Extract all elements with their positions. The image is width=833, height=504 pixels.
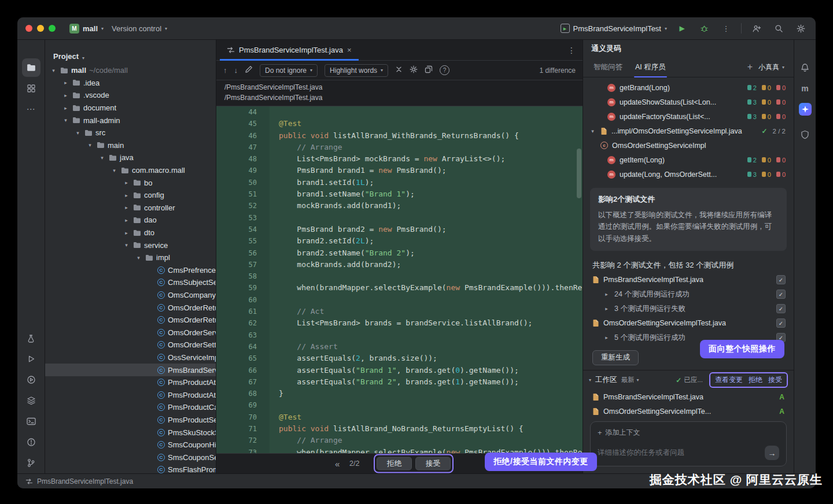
new-session-icon[interactable]: + — [743, 62, 757, 72]
tree-item[interactable]: CPmsProductAttribute — [45, 388, 216, 401]
chevron-down-icon[interactable]: ▾ — [74, 130, 82, 136]
commit-tool-icon[interactable] — [22, 79, 40, 98]
code-with-me-icon[interactable] — [750, 21, 764, 35]
chevron-down-icon[interactable]: ▾ — [62, 117, 69, 123]
tree-item[interactable]: COssServiceImpl — [45, 351, 216, 364]
tree-item[interactable]: CPmsBrandServiceIm — [45, 364, 216, 376]
tree-item[interactable]: ▾mall ~/code/mall — [45, 64, 216, 77]
problems-tool-icon[interactable] — [22, 433, 40, 451]
previous-difference-icon[interactable]: ↑ — [223, 66, 227, 75]
run-button[interactable]: ▶ — [675, 21, 689, 35]
chevron-right-icon[interactable]: ▸ — [62, 80, 69, 86]
symbol-row-method[interactable]: mupdateShowStatus(List<Lon...300 — [583, 95, 794, 109]
run-config-widget[interactable]: ▶ PmsBrandServiceImplTest ▾ — [561, 24, 667, 33]
tree-item[interactable]: COmsOrderServiceIm — [45, 326, 216, 339]
tree-item[interactable]: CSmsCouponHistorySe — [45, 439, 216, 451]
symbol-row-method[interactable]: mupdateFactoryStatus(List<...300 — [583, 109, 794, 124]
chevron-right-icon[interactable]: ▸ — [603, 291, 610, 297]
editor-scrollbar[interactable] — [577, 149, 581, 198]
debug-button[interactable] — [697, 21, 711, 35]
chevron-right-icon[interactable]: ▸ — [62, 105, 69, 111]
chevron-right-icon[interactable]: ▸ — [123, 192, 130, 198]
view-changes-button[interactable]: 查看变更 — [715, 375, 743, 385]
go-first-difference-icon[interactable]: « — [335, 459, 340, 469]
next-difference-icon[interactable]: ↓ — [234, 66, 238, 75]
security-shield-icon[interactable] — [796, 125, 814, 144]
highlight-mode-dropdown[interactable]: Highlight words ▾ — [325, 64, 388, 77]
edit-icon[interactable] — [245, 65, 253, 75]
chevron-right-icon[interactable]: ▸ — [123, 217, 130, 223]
chevron-right-icon[interactable]: ▸ — [123, 230, 130, 236]
chevron-down-icon[interactable]: ▾ — [135, 255, 142, 261]
tree-item[interactable]: ▾src — [45, 127, 216, 139]
changed-file-row[interactable]: OmsOrderSettingServiceImplTe...A — [583, 405, 794, 419]
tree-item[interactable]: CPmsProductAttribute — [45, 376, 216, 389]
chevron-down-icon[interactable]: ▾ — [98, 155, 106, 161]
chat-input-card[interactable]: + 添加上下文 详细描述你的任务或者问题 → — [590, 421, 787, 466]
execution-tool-icon[interactable] — [22, 370, 40, 389]
test-group-row[interactable]: ▸24 个测试用例运行成功✓ — [583, 287, 794, 302]
tree-item[interactable]: ▾mall-admin — [45, 114, 216, 127]
symbol-row-method[interactable]: mupdate(Long, OmsOrderSett...300 — [583, 167, 794, 181]
project-tool-icon[interactable] — [22, 58, 40, 77]
tree-item[interactable]: CSmsFlashPromotion — [45, 464, 216, 473]
services-tool-icon[interactable] — [22, 391, 40, 410]
tree-item[interactable]: ▾com.macro.mall — [45, 164, 216, 177]
tree-item[interactable]: ▸document — [45, 102, 216, 114]
chevron-right-icon[interactable]: ▸ — [603, 306, 610, 312]
changed-file-row[interactable]: PmsBrandServiceImplTest.javaA — [583, 390, 794, 405]
tree-item[interactable]: ▸dto — [45, 227, 216, 239]
chevron-down-icon[interactable]: ▾ — [86, 142, 94, 148]
tree-item[interactable]: CCmsPrefrenceAreaS — [45, 264, 216, 277]
more-tools-icon[interactable]: ⋯ — [22, 100, 40, 118]
external-diff-icon[interactable] — [425, 65, 433, 75]
collapse-unchanged-icon[interactable] — [395, 65, 403, 75]
workspace-reject-button[interactable]: 拒绝 — [749, 375, 762, 385]
run-tool-icon[interactable] — [22, 350, 40, 368]
tab-ai-programmer[interactable]: AI 程序员 — [629, 57, 672, 77]
checkbox[interactable]: ✓ — [776, 290, 786, 299]
checkbox[interactable]: ✓ — [776, 275, 786, 284]
tree-item[interactable]: ▾main — [45, 139, 216, 152]
fullscreen-window-button[interactable] — [49, 25, 56, 32]
chevron-right-icon[interactable]: ▸ — [62, 92, 69, 98]
tree-item[interactable]: ▸.idea — [45, 77, 216, 90]
tree-item[interactable]: ▸controller — [45, 202, 216, 214]
chevron-down-icon[interactable]: ▾ — [123, 242, 130, 248]
tree-item[interactable]: ▸.vscode — [45, 89, 216, 102]
tree-item[interactable]: CSmsCouponServiceI — [45, 451, 216, 464]
chevron-right-icon[interactable]: ▸ — [123, 205, 130, 210]
workspace-accept-button[interactable]: 接受 — [768, 375, 782, 385]
symbol-row-class[interactable]: cOmsOrderSettingServiceImpl — [583, 138, 794, 153]
search-everywhere-icon[interactable] — [772, 21, 786, 35]
diff-code-viewport[interactable]: 4445464748495051525354555657585960616263… — [216, 106, 583, 453]
symbol-row-method[interactable]: mgetBrand(Long)200 — [583, 80, 794, 95]
chevron-down-icon[interactable]: ▾ — [110, 168, 118, 173]
minimize-window-button[interactable] — [37, 25, 44, 32]
add-context-button[interactable]: + 添加上下文 — [598, 428, 779, 438]
test-file-row[interactable]: OmsOrderSettingServiceImplTest.java✓ — [583, 316, 794, 331]
chevron-down-icon[interactable]: ▾ — [50, 68, 57, 73]
latest-dropdown[interactable]: 最新 ▾ — [621, 376, 639, 384]
close-tab-icon[interactable]: × — [347, 46, 352, 54]
tree-item[interactable]: CPmsSkuStockService — [45, 426, 216, 439]
symbol-row-method[interactable]: mgetItem(Long)200 — [583, 153, 794, 167]
chevron-right-icon[interactable]: ▸ — [123, 180, 130, 186]
terminal-tool-icon[interactable] — [22, 412, 40, 431]
vcs-widget[interactable]: Version control ▾ — [112, 24, 167, 33]
tree-item[interactable]: ▸bo — [45, 176, 216, 189]
send-button[interactable]: → — [765, 446, 779, 460]
tree-item[interactable]: ▾java — [45, 151, 216, 164]
checkbox[interactable]: ✓ — [776, 318, 786, 328]
more-run-options-icon[interactable]: ⋮ — [719, 21, 733, 35]
lingma-ai-icon[interactable] — [796, 100, 814, 118]
tree-item[interactable]: CCmsSubjectServiceI — [45, 276, 216, 289]
settings-gear-icon[interactable] — [794, 21, 808, 35]
tree-item[interactable]: ▸config — [45, 189, 216, 202]
editor-tab[interactable]: PmsBrandServiceImplTest.java × — [220, 40, 359, 60]
tree-item[interactable]: COmsOrderSettingSer — [45, 339, 216, 351]
tree-item[interactable]: COmsCompanyAddre — [45, 289, 216, 302]
notifications-bell-icon[interactable] — [796, 58, 814, 77]
whitespace-policy-dropdown[interactable]: Do not ignore ▾ — [260, 64, 318, 77]
close-window-button[interactable] — [25, 25, 32, 32]
